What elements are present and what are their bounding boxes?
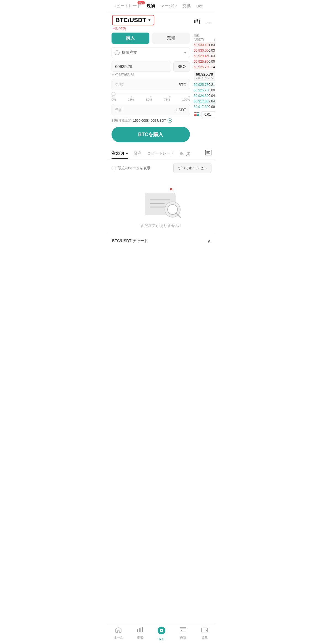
mid-price-value: 60,925.79 xyxy=(196,72,215,76)
ask-price-3: 60,925.80 xyxy=(194,60,208,63)
chart-label: BTC/USDT チャート xyxy=(112,238,148,243)
amount-currency: BTC xyxy=(179,83,186,87)
candlestick-chart-icon[interactable] xyxy=(194,19,201,26)
bid-row-1[interactable]: 60,925.73 0.000657 xyxy=(194,88,215,93)
chart-collapse-icon[interactable]: ∧ xyxy=(207,238,211,244)
depth-select[interactable]: 0.01 0.1 1 xyxy=(202,111,215,118)
bid-row-0[interactable]: 60,925.78 0.212073 xyxy=(194,82,215,88)
current-data-radio[interactable] xyxy=(112,166,116,170)
slider-label-0: 0% xyxy=(112,98,116,101)
bid-row-4[interactable]: 60,917.30 0.092775 xyxy=(194,104,215,110)
pair-name: BTC/USDT xyxy=(115,17,146,24)
order-type-selector[interactable]: i 指値注文 ▼ xyxy=(112,47,190,58)
order-list-icon[interactable] xyxy=(205,147,211,160)
total-input-row[interactable]: 合計 USDT xyxy=(112,104,190,115)
more-options-icon[interactable]: ··· xyxy=(205,19,211,26)
orderbook-mid-price[interactable]: 60,925.79 ≈ ¥9787953.58 › xyxy=(194,71,215,81)
buy-button[interactable]: BTCを購入 xyxy=(112,127,190,142)
pair-header: BTC/USDT ▼ −0.74% ··· xyxy=(108,12,215,33)
slider-label-25: 25% xyxy=(128,98,134,101)
depth-selector-row: 0.01 0.1 1 ▼ xyxy=(194,110,215,118)
ask-row-3[interactable]: 60,925.80 0.000657 xyxy=(194,59,215,64)
slider-label-50: 50% xyxy=(146,98,152,101)
top-navigation: コピートレード HOT 現物 マージン 交換 Bot xyxy=(108,0,215,12)
bid-qty-2: 0.041161 xyxy=(208,94,215,98)
ask-row-2[interactable]: 60,929.45 0.038439 xyxy=(194,53,215,59)
svg-rect-10 xyxy=(194,114,197,115)
ask-qty-2: 0.038439 xyxy=(208,54,215,58)
tab-orders[interactable]: 注文(0) ▼ xyxy=(112,148,128,159)
bid-qty-0: 0.212073 xyxy=(208,83,215,87)
amount-placeholder: 金額 xyxy=(115,82,179,87)
current-data-label: 現在のデータを表示 xyxy=(118,166,150,171)
order-type-dropdown-arrow: ▼ xyxy=(184,51,187,55)
slider-label-75: 75% xyxy=(164,98,170,101)
bid-price-4: 60,917.30 xyxy=(194,105,208,109)
pair-selector[interactable]: BTC/USDT ▼ xyxy=(112,15,154,25)
nav-copy-trade[interactable]: コピートレード HOT xyxy=(112,3,141,9)
empty-illustration: ✕ xyxy=(137,185,186,223)
bbo-button[interactable]: BBO xyxy=(173,61,190,72)
ask-price-0: 60,930.10 xyxy=(194,43,208,47)
price-row: BBO xyxy=(112,61,190,72)
current-data-toggle[interactable]: 現在のデータを表示 xyxy=(112,166,150,171)
pair-action-icons: ··· xyxy=(194,19,211,26)
cancel-all-button[interactable]: すべてキャンセル xyxy=(173,163,211,173)
tab-assets[interactable]: 資産 xyxy=(134,148,142,159)
bid-qty-3: 2.846784 xyxy=(208,99,215,103)
slider-dot-50 xyxy=(150,96,152,97)
balance-row: 利用可能金額 1560.00884509 USDT + xyxy=(112,118,190,123)
ask-row-1[interactable]: 60,930.05 0.038439 xyxy=(194,48,215,53)
ask-price-2: 60,929.45 xyxy=(194,54,208,58)
price-input[interactable] xyxy=(112,61,171,72)
tab-copy-trade[interactable]: コピートレード xyxy=(147,148,174,159)
slider-thumb[interactable] xyxy=(112,92,115,96)
buy-tab[interactable]: 購入 xyxy=(112,33,149,44)
main-content: 購入 売却 i 指値注文 ▼ BBO ≈ ¥9787953.58 金額 BTC xyxy=(108,33,215,147)
slider-label-100: 100% xyxy=(182,98,190,101)
svg-rect-13 xyxy=(194,115,197,116)
nav-bot[interactable]: Bot xyxy=(196,4,203,8)
slider-dot-100 xyxy=(188,96,190,97)
svg-rect-0 xyxy=(194,20,195,23)
percentage-slider[interactable]: 0% 25% 50% 75% 100% xyxy=(112,94,190,101)
sell-tab[interactable]: 売却 xyxy=(152,33,190,44)
orders-dropdown-arrow: ▼ xyxy=(126,152,128,155)
nav-margin[interactable]: マージン xyxy=(160,3,177,9)
balance-value: 1560.00884509 USDT xyxy=(133,119,166,123)
svg-text:✕: ✕ xyxy=(169,187,173,192)
bid-price-0: 60,925.78 xyxy=(194,83,208,87)
ask-row-0[interactable]: 60,930.10 1.830555 xyxy=(194,42,215,48)
yen-approximation: ≈ ¥9787953.58 xyxy=(112,73,190,77)
slider-dot-25 xyxy=(131,96,132,97)
chart-section[interactable]: BTC/USDT チャート ∧ xyxy=(108,234,215,248)
slider-dot-0 xyxy=(112,96,113,97)
pair-dropdown-arrow: ▼ xyxy=(148,18,151,22)
add-funds-icon[interactable]: + xyxy=(168,118,172,123)
order-book-panel: 価格 (USDT) 金額 (BTC) 60,930.10 1.830555 60… xyxy=(194,33,215,147)
svg-rect-14 xyxy=(197,115,199,116)
order-tabs-row: 注文(0) ▼ 資産 コピートレード Bot(0) xyxy=(108,147,215,160)
bid-row-2[interactable]: 60,924.32 0.041161 xyxy=(194,93,215,99)
amount-input-row[interactable]: 金額 BTC xyxy=(112,79,190,90)
tab-bot[interactable]: Bot(0) xyxy=(180,148,190,158)
total-currency: USDT xyxy=(176,108,186,112)
nav-exchange[interactable]: 交換 xyxy=(182,3,191,9)
bid-row-3[interactable]: 60,917.80 2.846784 xyxy=(194,99,215,104)
ask-row-4[interactable]: 60,925.79 0.142902 xyxy=(194,64,215,70)
balance-label: 利用可能金額 xyxy=(112,118,131,123)
slider-dot-75 xyxy=(169,96,171,97)
bid-price-1: 60,925.73 xyxy=(194,88,208,92)
buy-sell-tabs: 購入 売却 xyxy=(112,33,190,44)
bid-qty-4: 0.092775 xyxy=(208,105,215,109)
svg-rect-11 xyxy=(197,112,199,113)
order-type-label: 指値注文 xyxy=(122,50,181,55)
ask-qty-4: 0.142902 xyxy=(208,65,215,69)
slider-dots xyxy=(112,96,190,97)
ask-qty-3: 0.000657 xyxy=(208,60,215,63)
empty-orders-state: ✕ まだ注文がありません！ xyxy=(108,176,215,234)
svg-rect-12 xyxy=(197,114,199,115)
svg-rect-6 xyxy=(199,20,200,23)
nav-spot[interactable]: 現物 xyxy=(147,3,155,9)
filter-row: 現在のデータを表示 すべてキャンセル xyxy=(108,160,215,176)
